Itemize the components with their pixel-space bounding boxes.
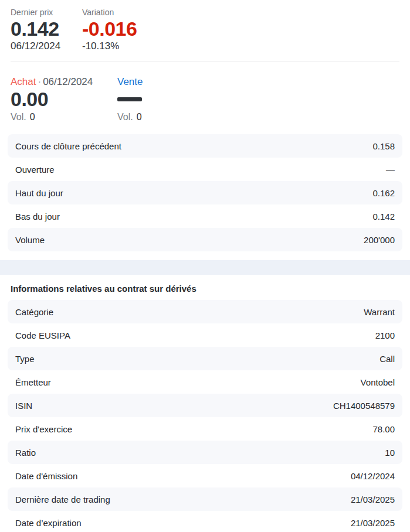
ask-volume-value: 0: [137, 112, 142, 122]
variation-block: Variation -0.016 -10.13%: [82, 7, 399, 52]
ask-price-dash: [117, 97, 142, 101]
row-label: Haut du jour: [15, 188, 63, 198]
row-label: Cours de clôture précédent: [15, 141, 121, 151]
row-value: 0.142: [372, 212, 395, 221]
table-row: TypeCall: [8, 347, 402, 370]
table-row: ISINCH1400548579: [8, 394, 402, 417]
ask-header: Vente: [117, 76, 399, 88]
row-label: ISIN: [15, 401, 32, 411]
table-row: Code EUSIPA2100: [8, 323, 402, 347]
variation-value: -0.016: [82, 18, 399, 40]
row-value: —: [386, 165, 395, 175]
table-row: Dernière date de trading21/03/2025: [8, 487, 402, 511]
last-price-label: Dernier prix: [11, 7, 82, 18]
row-value: 78.00: [372, 424, 395, 434]
row-value: Call: [379, 354, 395, 364]
instrument-detail-page: Dernier prix 0.142 06/12/2024 Variation …: [0, 0, 410, 532]
row-value: 200'000: [364, 235, 395, 245]
ask-volume-label: Vol.: [117, 112, 133, 122]
row-value: Vontobel: [361, 377, 395, 387]
row-label: Émetteur: [15, 377, 51, 387]
ask-price-line: [117, 88, 399, 110]
last-price-date: 06/12/2024: [11, 40, 82, 52]
table-row: Haut du jour0.162: [8, 181, 402, 204]
row-label: Catégorie: [15, 307, 53, 317]
ask-volume-line: Vol.0: [117, 111, 399, 123]
bid-volume-value: 0: [30, 112, 35, 122]
quote-section: Dernier prix 0.142 06/12/2024 Variation …: [0, 0, 410, 52]
row-label: Ratio: [15, 448, 36, 458]
last-price-value: 0.142: [11, 18, 82, 40]
variation-percent: -10.13%: [82, 40, 399, 52]
derivatives-table: CatégorieWarrantCode EUSIPA2100TypeCallÉ…: [0, 300, 410, 532]
row-value: 10: [385, 448, 395, 458]
row-label: Date d’expiration: [15, 518, 82, 528]
table-row: Volume200'000: [8, 228, 402, 251]
ask-tab[interactable]: Vente: [117, 76, 143, 87]
row-label: Dernière date de trading: [15, 495, 110, 504]
table-row: Bas du jour0.142: [8, 204, 402, 228]
row-value: 21/03/2025: [351, 518, 395, 528]
derivatives-section-title: Informations relatives au contrat sur dé…: [11, 283, 399, 295]
row-value: Warrant: [364, 307, 395, 317]
row-value: 21/03/2025: [351, 495, 395, 504]
bid-date: 06/12/2024: [43, 76, 93, 87]
bid-price: 0.00: [11, 88, 117, 110]
row-label: Date d'émission: [15, 471, 77, 481]
bid-ask-section: Achat·06/12/2024 0.00 Vol.0 Vente Vol.0: [0, 62, 410, 123]
row-label: Ouverture: [15, 165, 55, 175]
row-label: Type: [15, 354, 35, 364]
section-separator-band: [0, 260, 410, 275]
row-value: 0.158: [372, 141, 395, 151]
variation-label: Variation: [82, 7, 399, 18]
table-row: Ouverture—: [8, 158, 402, 181]
row-value: CH1400548579: [333, 401, 395, 411]
table-row: Date d'émission04/12/2024: [8, 464, 402, 487]
row-value: 04/12/2024: [351, 471, 395, 481]
bid-block: Achat·06/12/2024 0.00 Vol.0: [11, 76, 117, 123]
row-label: Volume: [15, 235, 45, 245]
bid-volume-label: Vol.: [11, 112, 26, 122]
row-label: Bas du jour: [15, 212, 60, 221]
table-row: Date d’expiration21/03/2025: [8, 511, 402, 532]
last-price-block: Dernier prix 0.142 06/12/2024: [11, 7, 82, 52]
bid-header: Achat·06/12/2024: [11, 76, 117, 88]
bid-tab[interactable]: Achat: [11, 76, 36, 87]
ask-block: Vente Vol.0: [117, 76, 399, 123]
bid-volume-line: Vol.0: [11, 111, 117, 123]
bid-date-separator: ·: [38, 76, 41, 87]
row-value: 0.162: [372, 188, 395, 198]
table-row: Cours de clôture précédent0.158: [8, 134, 402, 158]
row-label: Code EUSIPA: [15, 330, 70, 340]
row-label: Prix d'exercice: [15, 424, 72, 434]
table-row: Ratio10: [8, 441, 402, 464]
market-data-table: Cours de clôture précédent0.158Ouverture…: [0, 134, 410, 251]
table-row: Prix d'exercice78.00: [8, 417, 402, 441]
table-row: CatégorieWarrant: [8, 300, 402, 323]
row-value: 2100: [375, 330, 395, 340]
table-row: ÉmetteurVontobel: [8, 370, 402, 394]
